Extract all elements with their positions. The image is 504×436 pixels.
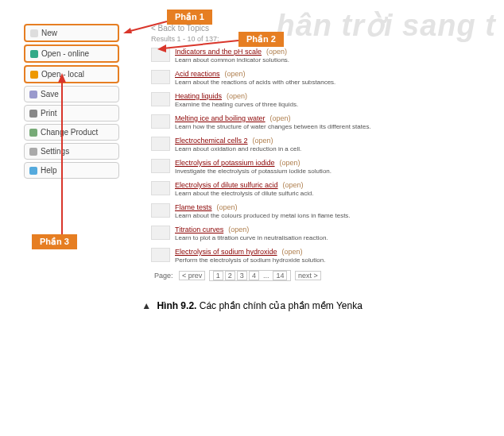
results-count: Results 1 - 10 of 137: bbox=[151, 35, 496, 43]
topic-text: Heating liquids(open)Examine the heating… bbox=[175, 92, 496, 108]
topic-description: Perform the electrolysis of sodium hydro… bbox=[175, 257, 496, 264]
topic-description: Learn about oxidation and reduction in a… bbox=[175, 145, 496, 152]
pager-page[interactable]: 14 bbox=[273, 271, 287, 280]
topic-text: Flame tests(open)Learn about the colours… bbox=[175, 203, 496, 219]
topic-text: Acid reactions(open)Learn about the reac… bbox=[175, 70, 496, 86]
pager-next[interactable]: next > bbox=[295, 271, 321, 280]
topic-description: Learn about the colours produced by meta… bbox=[175, 212, 496, 219]
topic-title-link[interactable]: Melting ice and boiling water bbox=[175, 114, 266, 122]
topic-text: Electrolysis of dilute sulfuric acid(ope… bbox=[175, 181, 496, 197]
topic-row: Titration curves(open)Learn to plot a ti… bbox=[151, 226, 496, 241]
topic-text: Melting ice and boiling water(open)Learn… bbox=[175, 114, 496, 130]
topic-row: Electrochemical cells 2(open)Learn about… bbox=[151, 137, 496, 152]
menu-item-print[interactable]: Print bbox=[24, 105, 119, 122]
figure-text: Các phần chính của phần mềm Yenka bbox=[200, 300, 362, 311]
topic-row: Electrolysis of dilute sulfuric acid(ope… bbox=[151, 181, 496, 197]
menu-item-save[interactable]: Save bbox=[24, 86, 119, 102]
pager: Page: < prev 1234...14 next > bbox=[151, 270, 496, 281]
menu-label: Help bbox=[41, 166, 57, 175]
triangle-icon: ▲ bbox=[142, 300, 151, 311]
topic-title-link[interactable]: Indicators and the pH scale bbox=[175, 48, 262, 56]
topic-title-link[interactable]: Electrolysis of sodium hydroxide bbox=[175, 248, 277, 256]
new-icon bbox=[30, 29, 38, 37]
topic-title-link[interactable]: Acid reactions bbox=[175, 70, 220, 78]
topic-title-link[interactable]: Heating liquids bbox=[175, 92, 222, 100]
topic-open-link[interactable]: (open) bbox=[227, 92, 247, 100]
menu-label: Print bbox=[41, 109, 57, 118]
topic-text: Indicators and the pH scale(open)Learn a… bbox=[175, 48, 496, 64]
help-icon bbox=[29, 167, 37, 175]
topic-thumbnail bbox=[151, 114, 170, 129]
topic-thumbnail bbox=[151, 181, 170, 195]
topic-thumbnail bbox=[151, 226, 170, 240]
figure-caption: ▲ Hình 9.2. Các phần chính của phần mềm … bbox=[0, 295, 504, 316]
topic-open-link[interactable]: (open) bbox=[253, 137, 273, 145]
topic-description: Learn about common indicator solutions. bbox=[175, 56, 496, 64]
topic-description: Learn about the electrolysis of dilute s… bbox=[175, 190, 496, 197]
topic-open-link[interactable]: (open) bbox=[270, 114, 291, 122]
topic-description: Learn to plot a titration curve in neutr… bbox=[175, 234, 496, 241]
pager-prev[interactable]: < prev bbox=[179, 271, 205, 280]
print-icon bbox=[29, 110, 37, 118]
topic-thumbnail bbox=[151, 137, 170, 151]
topic-title-link[interactable]: Flame tests bbox=[175, 203, 212, 211]
back-link[interactable]: < Back to Topics bbox=[151, 24, 496, 33]
settings-icon bbox=[29, 148, 37, 156]
topic-open-link[interactable]: (open) bbox=[280, 159, 300, 167]
menu-item-open-online[interactable]: Open - online bbox=[24, 44, 119, 63]
topic-open-link[interactable]: (open) bbox=[217, 203, 238, 211]
topic-text: Electrochemical cells 2(open)Learn about… bbox=[175, 137, 496, 152]
label-phan1: Phần 1 bbox=[167, 10, 212, 25]
menu-item-change-product[interactable]: Change Product bbox=[24, 124, 119, 141]
menu-label: Open - online bbox=[41, 49, 89, 58]
menu-label: Change Product bbox=[41, 128, 98, 137]
topic-row: Acid reactions(open)Learn about the reac… bbox=[151, 70, 496, 86]
save-icon bbox=[29, 91, 37, 98]
menu-label: Open - local bbox=[41, 70, 84, 79]
menu-item-open-local[interactable]: Open - local bbox=[24, 65, 119, 83]
topic-thumbnail bbox=[151, 203, 170, 218]
topic-text: Electrolysis of sodium hydroxide(open)Pe… bbox=[175, 248, 496, 264]
topic-description: Investigate the electrolysis of potassiu… bbox=[175, 168, 496, 175]
pager-page[interactable]: 2 bbox=[225, 271, 235, 280]
pager-page[interactable]: 4 bbox=[249, 271, 259, 280]
topic-thumbnail bbox=[151, 92, 170, 106]
topic-description: Learn how the structure of water changes… bbox=[175, 123, 496, 130]
globe-icon bbox=[30, 50, 38, 58]
topic-row: Heating liquids(open)Examine the heating… bbox=[151, 92, 496, 108]
menu-item-new[interactable]: New bbox=[24, 24, 119, 42]
menu-item-settings[interactable]: Settings bbox=[24, 143, 119, 160]
topic-row: Electrolysis of potassium iodide(open)In… bbox=[151, 159, 496, 175]
topic-thumbnail bbox=[151, 248, 170, 262]
topic-title-link[interactable]: Electrolysis of potassium iodide bbox=[175, 159, 275, 167]
topic-title-link[interactable]: Titration curves bbox=[175, 226, 223, 233]
topic-row: Flame tests(open)Learn about the colours… bbox=[151, 203, 496, 219]
topic-text: Electrolysis of potassium iodide(open)In… bbox=[175, 159, 496, 175]
product-icon bbox=[29, 129, 37, 137]
content-area: < Back to Topics Results 1 - 10 of 137: … bbox=[119, 24, 496, 281]
topic-thumbnail bbox=[151, 70, 170, 84]
label-phan3: Phần 3 bbox=[32, 234, 77, 249]
topic-open-link[interactable]: (open) bbox=[282, 248, 303, 256]
pager-page[interactable]: 1 bbox=[213, 271, 223, 280]
topic-title-link[interactable]: Electrochemical cells 2 bbox=[175, 137, 248, 145]
pager-page[interactable]: 3 bbox=[237, 271, 247, 280]
topic-open-link[interactable]: (open) bbox=[283, 181, 304, 189]
topic-description: Examine the heating curves of three liqu… bbox=[175, 101, 496, 108]
topic-thumbnail bbox=[151, 48, 170, 62]
topic-title-link[interactable]: Electrolysis of dilute sulfuric acid bbox=[175, 181, 278, 189]
topic-row: Melting ice and boiling water(open)Learn… bbox=[151, 114, 496, 130]
menu-item-help[interactable]: Help bbox=[24, 162, 119, 179]
figure-number: Hình 9.2. bbox=[157, 300, 196, 311]
menu-label: New bbox=[41, 29, 57, 37]
topic-open-link[interactable]: (open) bbox=[225, 70, 246, 78]
menu-label: Save bbox=[41, 90, 59, 98]
topic-open-link[interactable]: (open) bbox=[228, 226, 249, 233]
topic-text: Titration curves(open)Learn to plot a ti… bbox=[175, 226, 496, 241]
topic-row: Electrolysis of sodium hydroxide(open)Pe… bbox=[151, 248, 496, 264]
topic-row: Indicators and the pH scale(open)Learn a… bbox=[151, 48, 496, 64]
topic-description: Learn about the reactions of acids with … bbox=[175, 79, 496, 86]
topic-open-link[interactable]: (open) bbox=[266, 48, 287, 56]
folder-icon bbox=[30, 71, 38, 79]
label-phan2: Phần 2 bbox=[238, 32, 284, 47]
